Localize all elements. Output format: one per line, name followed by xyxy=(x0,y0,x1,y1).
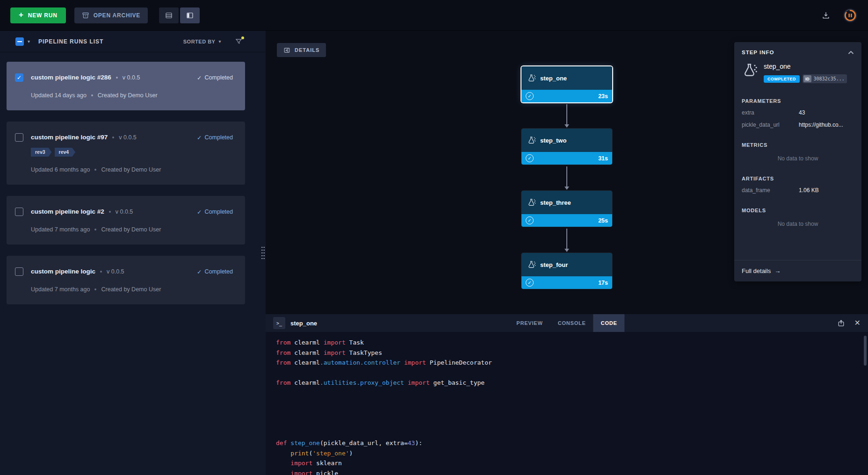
details-panel-icon xyxy=(283,47,290,54)
run-meta: Updated 6 months agoCreated by Demo User xyxy=(31,166,233,173)
open-archive-label: OPEN ARCHIVE xyxy=(94,12,141,19)
pipeline-step-node[interactable]: step_three✓25s xyxy=(521,191,612,227)
section-title: ARTIFACTS xyxy=(742,176,854,181)
code-viewer[interactable]: from clearml import Taskfrom clearml imp… xyxy=(266,332,868,475)
arrow-line xyxy=(566,166,567,187)
pipeline-runs-sidebar: ▾ PIPELINE RUNS LIST SORTED BY ▾ ✓custom… xyxy=(0,31,266,475)
step-node-header: step_four xyxy=(521,253,612,276)
pipeline-run-card[interactable]: custom pipeline logicv 0.0.5✓CompletedUp… xyxy=(7,256,245,304)
arrow-head-icon xyxy=(564,187,569,190)
profile-avatar[interactable] xyxy=(843,8,858,23)
created-text: Created by Demo User xyxy=(101,286,161,293)
empty-state-text: No data to show xyxy=(742,219,854,233)
info-row: data_frame1.06 KB xyxy=(742,187,854,194)
info-value: 1.06 KB xyxy=(799,187,854,194)
updated-text: Updated 14 days ago xyxy=(31,92,87,99)
info-key: pickle_data_url xyxy=(742,122,799,128)
sort-dropdown[interactable]: SORTED BY ▾ xyxy=(183,39,221,44)
run-status-badge: ✓Completed xyxy=(197,268,233,275)
filter-funnel-icon xyxy=(235,38,242,45)
separator-dot xyxy=(94,169,96,171)
pipeline-step-node[interactable]: step_one✓23s xyxy=(521,66,612,102)
full-details-link[interactable]: Full details → xyxy=(734,260,861,281)
table-view-button[interactable] xyxy=(159,7,179,23)
info-section-parameters: PARAMETERSextra43pickle_data_urlhttps://… xyxy=(734,93,861,137)
info-value: 43 xyxy=(799,109,854,116)
open-archive-button[interactable]: OPEN ARCHIVE xyxy=(74,7,148,23)
step-node-header: step_one xyxy=(521,66,612,90)
status-label: Completed xyxy=(205,209,233,215)
tag-chip[interactable]: rev4 xyxy=(55,148,76,157)
pipeline-step-node[interactable]: step_four✓17s xyxy=(521,253,612,289)
info-section-artifacts: ARTIFACTSdata_frame1.06 KB xyxy=(734,170,861,202)
step-info-panel: STEP INFO step_one COMPLETED ID xyxy=(734,42,861,281)
arrow-head-icon xyxy=(564,249,569,252)
arrow-line xyxy=(566,104,567,124)
sort-caret-icon: ▾ xyxy=(218,39,221,44)
expand-panel-button[interactable] xyxy=(837,319,845,327)
step-duration: 25s xyxy=(598,217,608,224)
run-checkbox[interactable] xyxy=(15,208,23,216)
expand-panel-icon xyxy=(837,319,845,327)
pipeline-step-node[interactable]: step_two✓31s xyxy=(521,129,612,165)
step-info-title: STEP INFO xyxy=(742,50,774,55)
run-checkbox[interactable] xyxy=(15,133,23,142)
info-value: https://github.co... xyxy=(799,122,854,128)
info-key: data_frame xyxy=(742,187,799,194)
clearml-logo-icon xyxy=(843,8,857,22)
info-key: extra xyxy=(742,109,799,116)
run-version: v 0.0.5 xyxy=(119,134,137,141)
new-run-button[interactable]: + NEW RUN xyxy=(10,7,66,23)
step-status-bar: ✓17s xyxy=(521,276,612,289)
pipeline-run-card[interactable]: custom pipeline logic #97v 0.0.5✓Complet… xyxy=(7,122,245,185)
code-line: from clearml import Task xyxy=(276,338,868,348)
select-all-caret-icon[interactable]: ▾ xyxy=(28,39,30,44)
code-line xyxy=(276,428,868,439)
topbar-right-actions xyxy=(821,8,858,23)
step-name: step_one xyxy=(540,75,567,82)
panel-resize-handle[interactable] xyxy=(261,246,265,260)
info-row: extra43 xyxy=(742,109,854,116)
updated-text: Updated 6 months ago xyxy=(31,166,90,173)
created-text: Created by Demo User xyxy=(101,166,161,173)
check-circle-icon: ✓ xyxy=(526,154,534,162)
run-checkbox[interactable] xyxy=(15,267,23,276)
full-details-label: Full details xyxy=(742,267,771,274)
download-button[interactable] xyxy=(821,11,831,20)
status-label: Completed xyxy=(205,268,233,275)
run-version: v 0.0.5 xyxy=(123,74,140,81)
select-all-checkbox[interactable] xyxy=(15,37,24,46)
status-check-icon: ✓ xyxy=(197,209,202,216)
task-id-badge[interactable]: ID 30832c35... xyxy=(803,74,847,83)
separator-dot xyxy=(94,288,96,290)
close-panel-button[interactable]: ✕ xyxy=(854,319,861,327)
step-flask-icon xyxy=(527,74,536,83)
separator-dot xyxy=(100,271,102,273)
pipeline-run-card[interactable]: ✓custom pipeline logic #286v 0.0.5✓Compl… xyxy=(7,62,245,110)
id-value: 30832c35... xyxy=(814,76,845,81)
tab-console[interactable]: CONSOLE xyxy=(550,314,593,332)
code-panel-step-name: step_one xyxy=(290,320,317,327)
filter-button[interactable] xyxy=(235,38,242,45)
pipeline-canvas[interactable]: DETAILS step_one✓23sstep_two✓31sstep_thr… xyxy=(266,31,868,314)
collapse-chevron-icon[interactable] xyxy=(848,50,854,55)
plus-icon: + xyxy=(19,11,24,19)
main-content: ▾ PIPELINE RUNS LIST SORTED BY ▾ ✓custom… xyxy=(0,31,868,475)
runs-list-title: PIPELINE RUNS LIST xyxy=(38,38,103,45)
pipeline-run-card[interactable]: custom pipeline logic #2v 0.0.5✓Complete… xyxy=(7,196,245,245)
run-checkbox[interactable]: ✓ xyxy=(15,73,23,82)
step-node-header: step_two xyxy=(521,129,612,152)
tab-code[interactable]: CODE xyxy=(593,314,625,332)
details-label: DETAILS xyxy=(295,47,319,53)
scrollbar-thumb[interactable] xyxy=(864,336,867,366)
tag-chip[interactable]: rev3 xyxy=(31,148,52,157)
code-line xyxy=(276,388,868,398)
run-version: v 0.0.5 xyxy=(107,268,124,275)
code-panel-header: >_ step_one PREVIEWCONSOLECODE ✕ xyxy=(266,314,868,332)
split-view-button[interactable] xyxy=(180,7,200,23)
status-check-icon: ✓ xyxy=(197,74,202,81)
tab-preview[interactable]: PREVIEW xyxy=(509,314,550,332)
details-button[interactable]: DETAILS xyxy=(277,43,326,57)
step-name: step_two xyxy=(540,137,566,144)
separator-dot xyxy=(112,137,114,138)
